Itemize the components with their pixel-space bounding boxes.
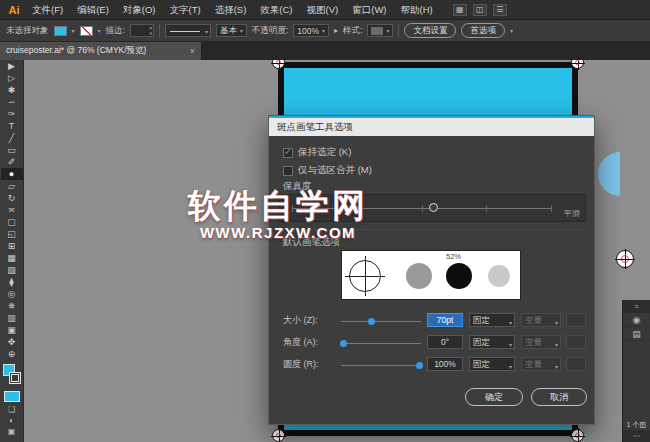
- stroke-color-swatch[interactable]: [80, 26, 93, 36]
- blob-brush-options-dialog: 斑点画笔工具选项 保持选定 (K) 仅与选区合并 (M) 保真度 平滑 默认画笔…: [268, 115, 595, 425]
- dialog-title[interactable]: 斑点画笔工具选项: [269, 116, 594, 136]
- tool-magic-wand[interactable]: ✱: [1, 84, 23, 96]
- menu-file[interactable]: 文件(F): [26, 0, 69, 20]
- color-indicator-swatch[interactable]: [4, 391, 20, 402]
- tab-close-icon[interactable]: ×: [190, 46, 195, 56]
- tool-gradient[interactable]: ▧: [1, 264, 23, 276]
- workspace-switcher-icon[interactable]: ◫: [473, 4, 487, 16]
- tool-free-transform[interactable]: ▢: [1, 216, 23, 228]
- menu-type[interactable]: 文字(T): [164, 0, 207, 20]
- fill-caret-icon[interactable]: ▾: [72, 27, 75, 34]
- arrange-documents-icon[interactable]: ▦: [453, 4, 467, 16]
- merge-only-checkbox[interactable]: [283, 166, 293, 176]
- draw-behind-mode-icon[interactable]: ◐: [2, 415, 22, 426]
- tool-eyedropper[interactable]: ⧫: [1, 276, 23, 288]
- control-bar: 未选择对象 ▾ ▾ 描边: ▴▾ ▾ 基本▾ 不透明度: 100%▾ ▸ 样式:…: [0, 20, 650, 42]
- panel-footer-icons[interactable]: ▫▫▫: [623, 430, 650, 442]
- stroke-weight-label: 描边:: [106, 25, 125, 37]
- ok-button[interactable]: 确定: [465, 388, 523, 406]
- registration-mark-bottom-left: [272, 429, 285, 442]
- tool-shape-builder[interactable]: ◱: [1, 228, 23, 240]
- separator: [398, 24, 399, 38]
- fidelity-group-label: 保真度: [283, 180, 312, 193]
- menu-help[interactable]: 帮助(H): [395, 0, 439, 20]
- menu-effect[interactable]: 效果(C): [254, 0, 298, 20]
- tool-mesh[interactable]: ▦: [1, 252, 23, 264]
- roundness-value-input[interactable]: 100%: [427, 357, 463, 371]
- tool-eraser[interactable]: ▱: [1, 180, 23, 192]
- fill-stroke-widget[interactable]: [1, 363, 23, 389]
- tool-pen[interactable]: ✑: [1, 108, 23, 120]
- keep-selected-checkbox[interactable]: [283, 148, 293, 158]
- fidelity-slider-handle[interactable]: [429, 203, 438, 212]
- registration-mark-top-right: [571, 60, 584, 69]
- menu-object[interactable]: 对象(O): [117, 0, 162, 20]
- layer-visibility-icon[interactable]: ◉: [623, 313, 650, 327]
- tool-zoom[interactable]: ⊕: [1, 348, 23, 360]
- tool-hand[interactable]: ✥: [1, 336, 23, 348]
- tools-panel: ▶ ▷ ✱ ∽ ✑ T ╱ ▭ ✐ ● ▱ ↻ ≍ ▢ ◱ ⊞ ▦ ▧ ⧫ ◎ …: [0, 60, 24, 442]
- opacity-panel-arrow-icon[interactable]: ▸: [334, 26, 338, 35]
- menu-view[interactable]: 视图(V): [301, 0, 345, 20]
- tool-paintbrush[interactable]: ✐: [1, 156, 23, 168]
- merge-only-label: 仅与选区合并 (M): [298, 164, 372, 177]
- menu-select[interactable]: 选择(S): [209, 0, 253, 20]
- opacity-dropdown[interactable]: 100%▾: [293, 24, 329, 37]
- stroke-caret-icon[interactable]: ▾: [98, 27, 101, 34]
- preferences-button[interactable]: 首选项: [461, 23, 505, 38]
- controlbar-menu-icon[interactable]: ▾: [510, 27, 513, 34]
- style-dropdown[interactable]: ▾: [367, 24, 393, 37]
- tool-symbol-sprayer[interactable]: ✵: [1, 300, 23, 312]
- menu-edit[interactable]: 编辑(E): [71, 0, 115, 20]
- size-slider-handle[interactable]: [368, 318, 375, 325]
- draw-normal-mode-icon[interactable]: ❏: [2, 404, 22, 415]
- cancel-button[interactable]: 取消: [531, 388, 587, 406]
- angle-slider-handle[interactable]: [340, 340, 347, 347]
- screen-mode-icon[interactable]: ▣: [2, 426, 22, 437]
- tool-line-segment[interactable]: ╱: [1, 132, 23, 144]
- tool-rectangle[interactable]: ▭: [1, 144, 23, 156]
- fill-color-swatch[interactable]: [54, 26, 67, 36]
- roundness-label: 圆度 (R):: [283, 358, 319, 371]
- keep-selected-checkbox-row[interactable]: 保持选定 (K): [283, 146, 351, 159]
- panel-header[interactable]: ≡: [623, 300, 650, 313]
- selection-status: 未选择对象: [6, 25, 49, 37]
- tool-lasso[interactable]: ∽: [1, 96, 23, 108]
- tool-perspective-grid[interactable]: ⊞: [1, 240, 23, 252]
- tool-column-graph[interactable]: ▥: [1, 312, 23, 324]
- tool-blob-brush[interactable]: ●: [1, 168, 23, 180]
- width-profile-dropdown[interactable]: ▾: [165, 24, 211, 37]
- fidelity-slider-track[interactable]: [292, 208, 551, 209]
- layers-count-label: 1 个图: [627, 420, 647, 430]
- document-tabbar: cruiseposter.ai* @ 76% (CMYK/预览) ×: [0, 42, 650, 60]
- layer-thumbnail-icon[interactable]: ▤: [623, 327, 650, 341]
- brush-definition-dropdown[interactable]: 基本▾: [216, 24, 247, 37]
- document-setup-button[interactable]: 文档设置: [404, 23, 456, 38]
- menu-window[interactable]: 窗口(W): [346, 0, 392, 20]
- angle-value-input[interactable]: 0°: [427, 335, 463, 349]
- panel-menu-icon[interactable]: ☰: [493, 4, 507, 16]
- tool-direct-selection[interactable]: ▷: [1, 72, 23, 84]
- menubar: Ai 文件(F) 编辑(E) 对象(O) 文字(T) 选择(S) 效果(C) 视…: [0, 0, 650, 20]
- tool-width[interactable]: ≍: [1, 204, 23, 216]
- size-slider[interactable]: [341, 321, 421, 322]
- angle-mode-dropdown[interactable]: 固定▾: [469, 335, 515, 349]
- roundness-variation-value: [566, 357, 586, 371]
- tool-type[interactable]: T: [1, 120, 23, 132]
- tool-blend[interactable]: ◎: [1, 288, 23, 300]
- size-value-input[interactable]: 70pt: [427, 313, 463, 327]
- tool-rotate[interactable]: ↻: [1, 192, 23, 204]
- roundness-slider[interactable]: [341, 365, 421, 366]
- roundness-slider-handle[interactable]: [416, 362, 423, 369]
- stroke-swatch[interactable]: [9, 372, 21, 384]
- stroke-weight-stepper[interactable]: ▴▾: [130, 24, 154, 37]
- merge-only-checkbox-row[interactable]: 仅与选区合并 (M): [283, 164, 372, 177]
- tool-artboard[interactable]: ▣: [1, 324, 23, 336]
- document-tab-title: cruiseposter.ai* @ 76% (CMYK/预览): [6, 45, 146, 57]
- size-mode-dropdown[interactable]: 固定▾: [469, 313, 515, 327]
- angle-slider[interactable]: [341, 343, 421, 344]
- tool-selection[interactable]: ▶: [1, 60, 23, 72]
- roundness-mode-dropdown[interactable]: 固定▾: [469, 357, 515, 371]
- document-tab[interactable]: cruiseposter.ai* @ 76% (CMYK/预览) ×: [0, 42, 202, 60]
- illustrator-logo: Ai: [4, 4, 24, 16]
